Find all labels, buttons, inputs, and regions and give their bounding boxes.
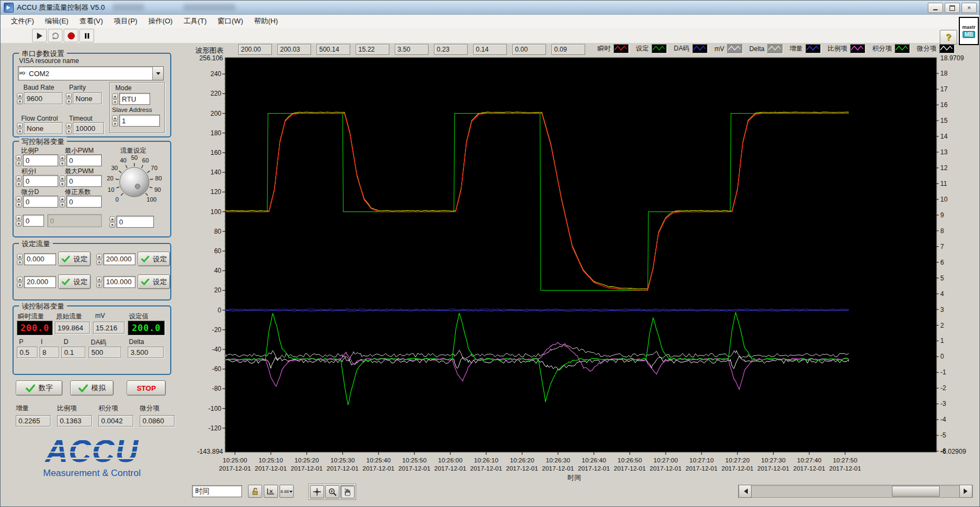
run-continuous-button[interactable] bbox=[48, 29, 63, 42]
scrollbar-thumb[interactable] bbox=[892, 486, 940, 497]
magnifier-icon bbox=[328, 487, 337, 496]
spinner-icon[interactable]: ▲▼ bbox=[59, 196, 65, 207]
spinner-icon[interactable]: ▲▼ bbox=[59, 155, 65, 166]
svg-text:10:27:20: 10:27:20 bbox=[725, 457, 750, 464]
svg-text:140: 140 bbox=[210, 168, 221, 176]
p-field[interactable]: ▲▼ 0 bbox=[16, 154, 58, 166]
svg-text:100: 100 bbox=[210, 208, 221, 216]
set-flow-field[interactable]: ▲▼200.000 bbox=[96, 253, 135, 265]
set-flow-button[interactable]: 设定 bbox=[138, 252, 170, 266]
spinner-icon[interactable]: ▲▼ bbox=[16, 155, 22, 166]
menu-item-w[interactable]: 窗口(W) bbox=[213, 15, 248, 28]
svg-text:10:25:20: 10:25:20 bbox=[295, 457, 319, 464]
menu-item-f[interactable]: 文件(F) bbox=[6, 15, 39, 28]
run-button[interactable] bbox=[32, 29, 47, 42]
extra-field[interactable]: ▲▼ 0 bbox=[16, 215, 44, 227]
svg-text:20: 20 bbox=[214, 286, 222, 294]
analog-button[interactable]: 模拟 bbox=[70, 380, 114, 396]
stop-button[interactable]: STOP bbox=[127, 380, 166, 396]
parity-field[interactable]: ▲▼ None bbox=[66, 92, 102, 104]
svg-text:2017-12-01: 2017-12-01 bbox=[793, 465, 826, 472]
svg-text:2017-12-01: 2017-12-01 bbox=[542, 465, 574, 472]
set-flow-button[interactable]: 设定 bbox=[58, 252, 91, 266]
spinner-icon[interactable]: ▲▼ bbox=[112, 93, 118, 104]
p-read-value: 0.5 bbox=[17, 347, 38, 358]
spinner-icon[interactable]: ▲▼ bbox=[17, 93, 23, 104]
mv-label: mV bbox=[95, 312, 105, 320]
set-flow-field[interactable]: ▲▼0.000 bbox=[17, 253, 56, 265]
spinner-icon[interactable]: ▲▼ bbox=[66, 93, 72, 104]
svg-text:10:25:00: 10:25:00 bbox=[223, 457, 247, 464]
graph-palette bbox=[308, 484, 356, 500]
zoom-tool-button[interactable] bbox=[325, 485, 339, 498]
cursor-tool-button[interactable] bbox=[310, 485, 324, 498]
spinner-icon[interactable]: ▲▼ bbox=[17, 277, 23, 287]
set-flow-button[interactable]: 设定 bbox=[138, 274, 170, 289]
minimize-button[interactable] bbox=[928, 3, 943, 13]
spinner-icon[interactable]: ▲▼ bbox=[17, 254, 23, 265]
minpwm-field[interactable]: ▲▼ 0 bbox=[59, 154, 102, 166]
window-title: ACCU 质量流量控制器 V5.0 bbox=[17, 3, 105, 12]
waveform-chart[interactable]: -120-100-80-60-40-2002040608010012014016… bbox=[182, 52, 980, 483]
pid-output-label: 比例项 bbox=[57, 404, 92, 413]
spinner-icon[interactable]: ▲▼ bbox=[96, 254, 102, 265]
menu-item-h[interactable]: 帮助(H) bbox=[249, 15, 283, 28]
pid-output-value: 0.2265 bbox=[16, 415, 51, 427]
timeout-field[interactable]: ▲▼ 10000 bbox=[66, 122, 104, 134]
menu-item-e[interactable]: 编辑(E) bbox=[40, 15, 73, 28]
flow-control-label: Flow Control bbox=[21, 115, 58, 122]
io-icon: I/O bbox=[18, 71, 27, 76]
slave-address-label: Slave Address bbox=[112, 107, 152, 113]
corr-field[interactable]: ▲▼ 0 bbox=[59, 196, 102, 208]
slave-address-field[interactable]: ▲▼ 1 bbox=[112, 115, 160, 127]
d-field[interactable]: ▲▼ 0 bbox=[16, 196, 58, 208]
x-axis-name-input[interactable]: 时间 bbox=[192, 485, 242, 497]
visa-resource-combo[interactable]: I/O COM2 bbox=[18, 66, 164, 80]
set-flow-field[interactable]: ▲▼100.000 bbox=[96, 276, 135, 288]
spinner-icon[interactable]: ▲▼ bbox=[112, 115, 118, 126]
spinner-icon[interactable]: ▲▼ bbox=[96, 277, 102, 287]
pan-tool-button[interactable] bbox=[340, 485, 355, 498]
menu-item-o[interactable]: 操作(O) bbox=[144, 15, 178, 28]
dropdown-arrow-icon[interactable] bbox=[152, 67, 163, 80]
autoscale-x-button[interactable] bbox=[264, 485, 278, 498]
flow-knob[interactable]: 0102030405060708090100 bbox=[100, 153, 170, 216]
svg-text:10:25:40: 10:25:40 bbox=[367, 457, 391, 464]
svg-text:-4: -4 bbox=[940, 416, 946, 423]
menu-item-t[interactable]: 工具(T) bbox=[178, 15, 212, 28]
mode-field[interactable]: ▲▼ RTU bbox=[112, 93, 150, 105]
help-button[interactable]: ? bbox=[940, 30, 957, 45]
spinner-icon[interactable]: ▲▼ bbox=[66, 123, 72, 134]
digital-button[interactable]: 数字 bbox=[16, 380, 63, 396]
format-button[interactable]: 8.88 bbox=[280, 485, 294, 498]
scale-lock-button[interactable] bbox=[248, 485, 262, 498]
maxpwm-field[interactable]: ▲▼ 0 bbox=[59, 175, 102, 187]
i-field[interactable]: ▲▼ 0 bbox=[16, 175, 58, 187]
scroll-left-button[interactable] bbox=[739, 485, 752, 498]
flow-control-field[interactable]: ▲▼ None bbox=[17, 122, 63, 134]
spinner-icon[interactable]: ▲▼ bbox=[16, 215, 22, 226]
baud-field[interactable]: ▲▼ 9600 bbox=[17, 92, 63, 104]
visa-resource-value: COM2 bbox=[27, 70, 152, 78]
spinner-icon[interactable]: ▲▼ bbox=[17, 123, 23, 134]
spinner-icon[interactable]: ▲▼ bbox=[59, 176, 65, 186]
scrollbar-track[interactable] bbox=[752, 485, 959, 497]
set-flow-button[interactable]: 设定 bbox=[58, 274, 91, 289]
set-flow-field[interactable]: ▲▼20.000 bbox=[17, 276, 56, 288]
spinner-icon[interactable]: ▲▼ bbox=[16, 196, 22, 207]
pid-output: 积分项0.0042 bbox=[98, 404, 133, 427]
scroll-right-button[interactable] bbox=[959, 485, 972, 498]
menu-item-v[interactable]: 查看(V) bbox=[75, 15, 108, 28]
svg-text:-120: -120 bbox=[208, 424, 221, 432]
spinner-icon[interactable]: ▲▼ bbox=[109, 216, 115, 227]
maximize-button[interactable] bbox=[945, 3, 960, 13]
spinner-icon[interactable]: ▲▼ bbox=[16, 176, 22, 186]
menu-item-p[interactable]: 项目(P) bbox=[109, 15, 142, 28]
close-button[interactable]: × bbox=[962, 3, 977, 13]
svg-text:10:26:50: 10:26:50 bbox=[618, 457, 642, 464]
abort-button[interactable] bbox=[64, 29, 78, 42]
pause-button[interactable] bbox=[79, 29, 94, 42]
chart-horizontal-scrollbar[interactable] bbox=[738, 485, 973, 498]
svg-text:17: 17 bbox=[940, 85, 948, 93]
knob-value-field[interactable]: ▲▼ 0 bbox=[109, 216, 154, 228]
